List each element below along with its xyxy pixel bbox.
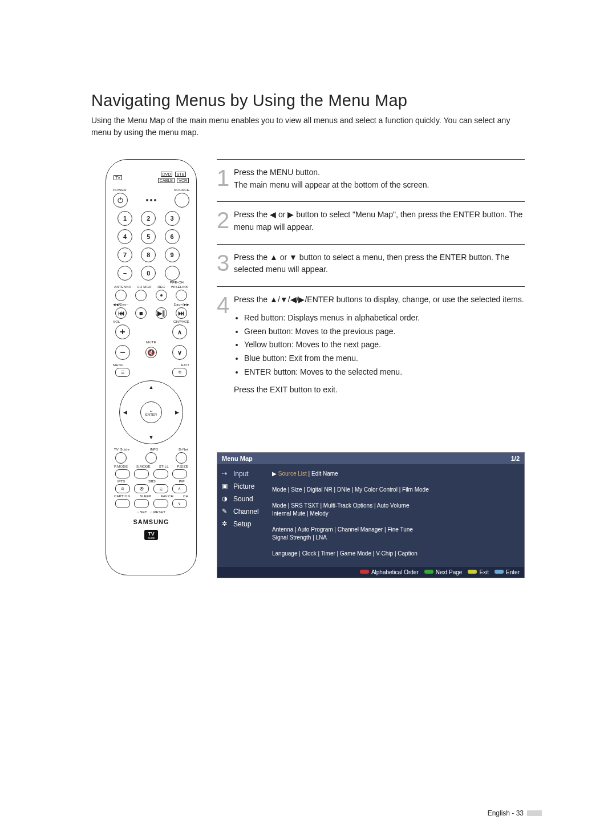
device-tv: TV [114, 175, 122, 180]
page-title: Navigating Menus by Using the Menu Map [91, 91, 525, 110]
prech-button [165, 266, 180, 281]
setup-icon: ✲ [222, 520, 230, 527]
ch-label: CH [183, 494, 188, 498]
osd-item-channel: ✎Channel [217, 505, 272, 518]
device-stb: STB [175, 172, 187, 177]
osd-page-indicator: 1/2 [511, 455, 520, 462]
bullet: Yellow button: Moves to the next page. [244, 339, 525, 351]
transport-right: Day+/▶▶ [174, 302, 189, 306]
info-label: INFO [150, 448, 159, 451]
ch-up-icon: ∧ [172, 324, 187, 339]
num-3: 3 [165, 211, 180, 226]
up-arrow-icon: ▲ [149, 384, 154, 390]
nav-pad: ▲ ▼ ◀ ▶ ↵ENTER [119, 380, 183, 444]
vol-down-icon: − [115, 345, 130, 360]
osd-value-picture: Mode | Size | Digital NR | DNIe | My Col… [272, 484, 521, 500]
down-arrow-icon: ▼ [149, 435, 154, 440]
picture-icon: ▣ [222, 482, 230, 490]
page-footer: English - 33 [488, 809, 542, 817]
exit-button: ⟲ [172, 368, 187, 377]
remote-illustration: TV DVD STB CABLE VCR POWER SOURCE [106, 159, 197, 575]
osd-item-sound: ◑Sound [217, 493, 272, 505]
tvguide-label: TV Guide [114, 448, 129, 451]
step-number: 4 [217, 294, 234, 396]
still-label: STILL [159, 465, 169, 468]
mute-label: MUTE [113, 340, 189, 344]
smode-label: S.MODE [136, 465, 151, 468]
osd-value-channel: Antenna | Auto Program | Channel Manager… [272, 524, 521, 547]
enter-button: ↵ENTER [140, 401, 162, 423]
osd-item-picture: ▣Picture [217, 480, 272, 493]
rec-label: REC [157, 285, 165, 289]
chpage-label: CH/PAGE [173, 320, 189, 323]
pip-label: PIP [179, 480, 185, 483]
source-button [175, 193, 189, 208]
chmgr-label: CH MGR [137, 285, 152, 289]
stop-icon: ■ [135, 307, 147, 319]
channel-icon: ✎ [222, 508, 230, 515]
intro-text: Using the Menu Map of the main menu enab… [91, 115, 525, 139]
brand-label: SAMSUNG [113, 518, 189, 525]
step-number: 1 [217, 167, 234, 191]
num-2: 2 [141, 211, 156, 226]
right-arrow-icon: ▶ [175, 409, 179, 415]
set-label: SET [140, 510, 147, 514]
exit-label: EXIT [181, 363, 189, 367]
step-2: 2 Press the ◀ or ▶ button to select "Men… [217, 201, 525, 244]
transport-left: ◀◀/Day– [113, 302, 128, 306]
osd-item-setup: ✲Setup [217, 518, 272, 530]
bullet: Red button: Displays menus in alphabetic… [244, 312, 525, 324]
num-8: 8 [141, 247, 156, 262]
vol-label: VOL [113, 320, 120, 323]
vol-up-icon: + [115, 324, 130, 339]
osd-footer-enter: Enter [506, 569, 520, 575]
step-text: The main menu will appear at the bottom … [234, 180, 429, 189]
osd-value-setup: Language | Clock | Timer | Game Mode | V… [272, 547, 521, 563]
osd-footer-yellow: Exit [479, 569, 489, 575]
input-icon: ⇢ [222, 470, 230, 477]
num-4: 4 [117, 229, 132, 244]
prech-label: PRE-CH [113, 281, 189, 284]
rewind-icon: ⏮ [115, 307, 127, 319]
step-text: Press the EXIT button to exit. [234, 385, 338, 394]
step-text: Press the ▲ or ▼ button to select a menu… [234, 253, 509, 274]
antenna-label: ANTENNA [114, 285, 131, 289]
psize-label: P.SIZE [177, 465, 188, 468]
osd-title: Menu Map [222, 455, 253, 462]
osd-footer-green: Next Page [436, 569, 463, 575]
device-cable: CABLE [158, 178, 175, 183]
power-icon [113, 193, 128, 208]
step-text: Press the ▲/▼/◀/▶/ENTER buttons to displ… [234, 295, 524, 304]
num-6: 6 [165, 229, 180, 244]
favch-label: FAV.CH [161, 494, 173, 498]
sleep-label: SLEEP [140, 494, 151, 498]
num-5: 5 [141, 229, 156, 244]
mts-label: MTS [117, 480, 125, 483]
pmode-label: P.MODE [114, 465, 128, 468]
num-dash: – [117, 266, 132, 281]
osd-value-input: ▶ Source List | Edit Name [272, 468, 521, 484]
num-9: 9 [165, 247, 180, 262]
caption-label: CAPTION [114, 494, 130, 498]
menu-map-osd: Menu Map 1/2 ⇢Input ▣Picture ◑Sound ✎Cha… [217, 452, 525, 578]
menu-label: MENU [113, 363, 123, 367]
step-1: 1 Press the MENU button. The main menu w… [217, 159, 525, 201]
step-text: Press the MENU button. [234, 168, 320, 177]
device-dvd: DVD [161, 172, 173, 177]
dnet-label: D-Net [179, 448, 188, 451]
num-7: 7 [117, 247, 132, 262]
bullet: Blue button: Exit from the menu. [244, 352, 525, 365]
num-1: 1 [117, 211, 132, 226]
step-4: 4 Press the ▲/▼/◀/▶/ENTER buttons to dis… [217, 286, 525, 407]
step-text: Press the ◀ or ▶ button to select "Menu … [234, 210, 522, 232]
menu-button: ☰ [115, 368, 130, 377]
device-vcr: VCR [177, 178, 189, 183]
bullet: ENTER button: Moves to the selected menu… [244, 366, 525, 379]
step-number: 3 [217, 251, 234, 276]
source-label: SOURCE [174, 188, 189, 192]
wiselink-label: WISELINK [171, 285, 188, 289]
power-label: POWER [113, 188, 127, 192]
tvguide-logo-icon: TV GUIDE [144, 530, 158, 540]
osd-footer-red: Alphabetical Order [371, 569, 419, 575]
ch-down-icon: ∨ [172, 345, 187, 360]
